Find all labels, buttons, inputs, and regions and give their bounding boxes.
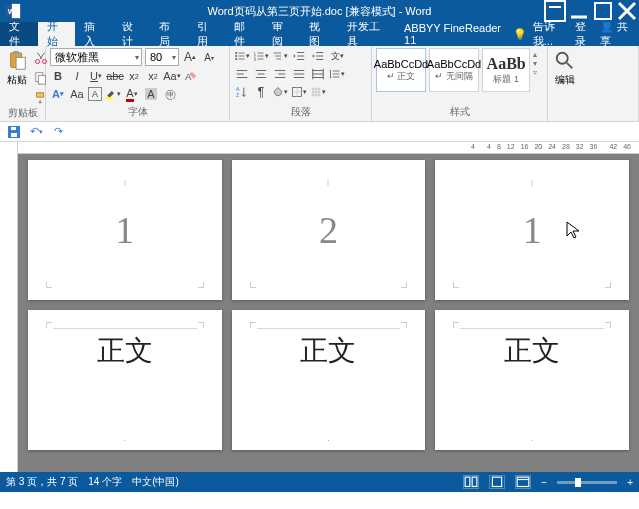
page-body-text: 正文 (97, 332, 153, 370)
page-4[interactable]: 正文 · (28, 310, 222, 450)
char-border-button[interactable]: A (88, 87, 102, 101)
enclose-char-button[interactable]: ㊥ (162, 86, 178, 102)
style-normal[interactable]: AaBbCcDd ↵ 正文 (376, 48, 426, 92)
close-button[interactable] (615, 0, 639, 22)
tab-layout[interactable]: 布局 (150, 22, 188, 46)
underline-button[interactable]: U ▾ (88, 68, 104, 84)
strikethrough-button[interactable]: abc (107, 68, 123, 84)
align-right-button[interactable] (272, 66, 288, 82)
increase-indent-button[interactable] (310, 48, 326, 64)
shading-button[interactable]: ▾ (272, 84, 288, 100)
document-area: 4 4812 162024 283236 4246 1 2 1 (0, 142, 639, 472)
font-family-combo[interactable]: 微软雅黑 (50, 48, 142, 66)
svg-rect-29 (472, 477, 477, 486)
group-label-paragraph: 段落 (234, 105, 367, 119)
status-language[interactable]: 中文(中国) (132, 475, 179, 489)
group-label-font: 字体 (50, 105, 225, 119)
snap-grid-button[interactable]: ▾ (310, 84, 326, 100)
borders-button[interactable]: ▾ (291, 84, 307, 100)
font-color-button[interactable]: A▾ (124, 86, 140, 102)
sort-button[interactable]: AZ (234, 84, 250, 100)
tell-me[interactable]: 告诉我... (533, 19, 569, 49)
redo-button[interactable]: ↷ (50, 124, 66, 140)
tab-design[interactable]: 设计 (113, 22, 151, 46)
svg-point-15 (235, 52, 237, 54)
page-2[interactable]: 2 (232, 160, 426, 300)
svg-rect-30 (493, 477, 502, 486)
tab-view[interactable]: 视图 (300, 22, 338, 46)
align-center-button[interactable] (253, 66, 269, 82)
subscript-button[interactable]: x2 (126, 68, 142, 84)
page-6[interactable]: 正文 · (435, 310, 629, 450)
svg-point-16 (235, 55, 237, 57)
zoom-slider[interactable] (557, 481, 617, 484)
page-3[interactable]: 1 (435, 160, 629, 300)
cursor-icon (565, 220, 581, 240)
share-button[interactable]: 👤 共享 (600, 19, 633, 49)
tab-developer[interactable]: 开发工具 (338, 22, 395, 46)
svg-point-24 (557, 53, 568, 64)
align-distribute-button[interactable] (310, 66, 326, 82)
italic-button[interactable]: I (69, 68, 85, 84)
style-heading1[interactable]: AaBb 标题 1 (482, 48, 530, 92)
char-shading-button[interactable]: A (143, 86, 159, 102)
page-number: 1 (523, 208, 542, 252)
asian-layout-button[interactable]: 文▾ (329, 48, 345, 64)
align-left-button[interactable] (234, 66, 250, 82)
tab-home[interactable]: 开始 (38, 22, 76, 46)
tab-insert[interactable]: 插入 (75, 22, 113, 46)
shrink-font-button[interactable]: A▾ (201, 49, 217, 65)
view-read-button[interactable] (463, 475, 479, 489)
font-size-combo[interactable]: 80 (145, 48, 179, 66)
show-marks-button[interactable]: ¶ (253, 84, 269, 100)
svg-text:A: A (236, 86, 240, 92)
text-effects-button[interactable]: A▾ (50, 86, 66, 102)
tab-mailings[interactable]: 邮件 (225, 22, 263, 46)
horizontal-ruler[interactable]: 4 4812 162024 283236 4246 (18, 142, 639, 154)
phonetic-guide-button[interactable]: Aa (69, 86, 85, 102)
line-spacing-button[interactable]: ▾ (329, 66, 345, 82)
svg-rect-3 (545, 1, 565, 21)
svg-text:3: 3 (254, 58, 256, 62)
page-number: 2 (319, 208, 338, 252)
change-case-button[interactable]: Aa▾ (164, 68, 180, 84)
save-button[interactable] (6, 124, 22, 140)
tab-references[interactable]: 引用 (188, 22, 226, 46)
status-page[interactable]: 第 3 页，共 7 页 (6, 475, 78, 489)
tab-file[interactable]: 文件 (0, 22, 38, 46)
view-web-button[interactable] (515, 475, 531, 489)
svg-rect-7 (16, 57, 25, 69)
tell-me-icon: 💡 (513, 28, 527, 41)
status-word-count[interactable]: 14 个字 (88, 475, 122, 489)
bullets-button[interactable]: ▾ (234, 48, 250, 64)
svg-rect-26 (11, 133, 17, 137)
ribbon-display-icon[interactable] (543, 0, 567, 22)
view-print-button[interactable] (489, 475, 505, 489)
maximize-button[interactable] (591, 0, 615, 22)
minimize-button[interactable] (567, 0, 591, 22)
highlight-button[interactable]: ▾ (105, 86, 121, 102)
find-button[interactable]: 编辑 (552, 48, 578, 87)
styles-gallery-nav[interactable]: ▴▾▿ (533, 48, 543, 79)
clear-format-button[interactable]: A (183, 68, 199, 84)
grow-font-button[interactable]: A▴ (182, 49, 198, 65)
zoom-out-button[interactable]: − (541, 477, 547, 488)
zoom-in-button[interactable]: + (627, 477, 633, 488)
page-5[interactable]: 正文 · (232, 310, 426, 450)
tab-review[interactable]: 审阅 (263, 22, 301, 46)
login-link[interactable]: 登录 (575, 19, 594, 49)
style-no-spacing[interactable]: AaBbCcDd ↵ 无间隔 (429, 48, 479, 92)
undo-button[interactable]: ↶ ▾ (28, 124, 44, 140)
vertical-ruler[interactable] (0, 142, 18, 472)
decrease-indent-button[interactable] (291, 48, 307, 64)
superscript-button[interactable]: x2 (145, 68, 161, 84)
svg-rect-11 (38, 75, 45, 84)
paste-button[interactable]: 粘贴 (4, 48, 30, 87)
multilevel-button[interactable]: ▾ (272, 48, 288, 64)
bold-button[interactable]: B (50, 68, 66, 84)
page-1[interactable]: 1 (28, 160, 222, 300)
group-editing: 编辑 (548, 46, 639, 121)
align-justify-button[interactable] (291, 66, 307, 82)
tab-abbyy[interactable]: ABBYY FineReader 11 (395, 22, 513, 46)
numbering-button[interactable]: 123▾ (253, 48, 269, 64)
